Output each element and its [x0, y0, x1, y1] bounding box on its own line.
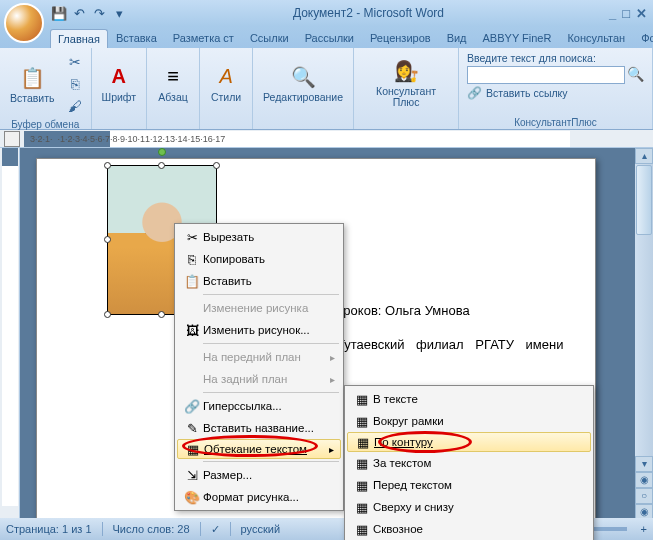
tab-review[interactable]: Рецензиров	[362, 28, 439, 48]
search-go-icon[interactable]: 🔍	[627, 66, 644, 84]
group-editing: 🔍 Редактирование	[253, 48, 354, 129]
undo-icon[interactable]: ↶	[70, 4, 88, 22]
group-font: A Шрифт	[92, 48, 148, 129]
scroll-track[interactable]	[635, 236, 653, 456]
minimize-button[interactable]: _	[609, 6, 616, 21]
search-input[interactable]	[467, 66, 625, 84]
chevron-right-icon: ▸	[330, 352, 335, 363]
ctx2-item-1[interactable]: ▦Вокруг рамки	[347, 410, 591, 432]
rotate-handle[interactable]	[158, 148, 166, 156]
ctx1-item-15[interactable]: 🎨Формат рисунка...	[177, 486, 341, 508]
ribbon: 📋 Вставить ✂ ⎘ 🖌 Буфер обмена A Шрифт ≡ …	[0, 48, 653, 130]
styles-button[interactable]: A Стили	[204, 50, 248, 116]
ruler-vertical[interactable]	[0, 148, 20, 520]
handle-ne[interactable]	[213, 162, 220, 169]
tab-layout[interactable]: Разметка ст	[165, 28, 242, 48]
prev-page-icon[interactable]: ◉	[635, 472, 653, 488]
status-language[interactable]: русский	[241, 523, 280, 535]
context-menu-wrap: ▦В тексте▦Вокруг рамки▦По контуру▦За тек…	[344, 385, 594, 540]
qat-more-icon[interactable]: ▾	[110, 4, 128, 22]
cut-icon[interactable]: ✂	[65, 52, 85, 72]
tab-view[interactable]: Вид	[439, 28, 475, 48]
doc-text-2[interactable]: Тутаевский филиал РГАТУ имени	[337, 337, 563, 352]
ctx2-item-3[interactable]: ▦За текстом	[347, 452, 591, 474]
handle-n[interactable]	[158, 162, 165, 169]
spellcheck-icon[interactable]: ✓	[211, 523, 220, 536]
save-icon[interactable]: 💾	[50, 4, 68, 22]
ctx1-item-0[interactable]: ✂Вырезать	[177, 226, 341, 248]
group-konsultantplus: Введите текст для поиска: 🔍 🔗 Вставить с…	[459, 48, 653, 129]
title-bar: 💾 ↶ ↷ ▾ Документ2 - Microsoft Word _ □ ✕	[0, 0, 653, 26]
ctx1-item-14[interactable]: ⇲Размер...	[177, 464, 341, 486]
ctx1-item-12[interactable]: ▦Обтекание текстом▸	[177, 439, 341, 459]
redo-icon[interactable]: ↷	[90, 4, 108, 22]
browse-object-icon[interactable]: ○	[635, 488, 653, 504]
ctx2-item-4[interactable]: ▦Перед текстом	[347, 474, 591, 496]
tab-format[interactable]: Формат	[633, 28, 653, 48]
zoom-in-button[interactable]: +	[641, 523, 647, 535]
link-icon: 🔗	[467, 86, 482, 100]
editing-button[interactable]: 🔍 Редактирование	[257, 50, 349, 116]
handle-w[interactable]	[104, 236, 111, 243]
copy-icon[interactable]: ⎘	[65, 74, 85, 94]
tab-mailings[interactable]: Рассылки	[297, 28, 362, 48]
ctx2-item-0[interactable]: ▦В тексте	[347, 388, 591, 410]
ctx1-icon-15: 🎨	[181, 490, 203, 505]
ctx1-item-7: На передний план▸	[177, 346, 341, 368]
scroll-up-icon[interactable]: ▴	[635, 148, 653, 164]
consultant-button[interactable]: 👩‍⚖️ Консультант Плюс	[358, 50, 454, 116]
ctx1-icon-0: ✂	[181, 230, 203, 245]
close-button[interactable]: ✕	[636, 6, 647, 21]
doc-text-1[interactable]: уроков: Ольга Умнова	[337, 303, 470, 318]
ctx2-item-2[interactable]: ▦По контуру	[347, 432, 591, 452]
status-words[interactable]: Число слов: 28	[113, 523, 190, 535]
tab-references[interactable]: Ссылки	[242, 28, 297, 48]
ribbon-tabs: Главная Вставка Разметка ст Ссылки Рассы…	[0, 26, 653, 48]
office-button[interactable]	[4, 3, 44, 43]
group-consultant: 👩‍⚖️ Консультант Плюс	[354, 48, 459, 129]
group-clipboard: 📋 Вставить ✂ ⎘ 🖌 Буфер обмена	[0, 48, 92, 129]
ctx1-icon-11: ✎	[181, 421, 203, 436]
ruler-horizontal[interactable]: 3·2·1· ·1·2·3·4·5·6·7·8·9·10·11·12·13·14…	[0, 130, 653, 148]
handle-nw[interactable]	[104, 162, 111, 169]
chevron-right-icon: ▸	[330, 374, 335, 385]
group-styles: A Стили	[200, 48, 253, 129]
scrollbar-vertical[interactable]: ▴ ▾ ◉ ○ ◉	[635, 148, 653, 520]
ctx1-icon-10: 🔗	[181, 399, 203, 414]
ctx1-icon-2: 📋	[181, 274, 203, 289]
tab-insert[interactable]: Вставка	[108, 28, 165, 48]
ctx2-item-6[interactable]: ▦Сквозное	[347, 518, 591, 540]
scroll-down-icon[interactable]: ▾	[635, 456, 653, 472]
ctx1-icon-12: ▦	[182, 442, 204, 457]
search-prompt: Введите текст для поиска:	[467, 52, 644, 64]
font-button[interactable]: A Шрифт	[96, 50, 143, 116]
ctx2-icon-6: ▦	[351, 522, 373, 537]
ctx1-icon-14: ⇲	[181, 468, 203, 483]
handle-sw[interactable]	[104, 311, 111, 318]
ruler-tab-selector[interactable]	[4, 131, 20, 147]
ctx1-item-4: Изменение рисунка	[177, 297, 341, 319]
handle-s[interactable]	[158, 311, 165, 318]
window-title: Документ2 - Microsoft Word	[128, 6, 609, 20]
tab-abbyy[interactable]: ABBYY FineR	[475, 28, 560, 48]
format-painter-icon[interactable]: 🖌	[65, 96, 85, 116]
paragraph-button[interactable]: ≡ Абзац	[151, 50, 195, 116]
ctx2-icon-3: ▦	[351, 456, 373, 471]
maximize-button[interactable]: □	[622, 6, 630, 21]
ctx1-item-10[interactable]: 🔗Гиперссылка...	[177, 395, 341, 417]
ctx1-icon-1: ⎘	[181, 252, 203, 267]
window-controls: _ □ ✕	[609, 6, 647, 21]
ctx1-item-5[interactable]: 🖼Изменить рисунок...	[177, 319, 341, 341]
scroll-thumb[interactable]	[636, 165, 652, 235]
ctx1-item-2[interactable]: 📋Вставить	[177, 270, 341, 292]
tab-consultant[interactable]: Консультан	[559, 28, 633, 48]
ctx1-item-11[interactable]: ✎Вставить название...	[177, 417, 341, 439]
ctx2-item-5[interactable]: ▦Сверху и снизу	[347, 496, 591, 518]
status-page[interactable]: Страница: 1 из 1	[6, 523, 92, 535]
quick-access-toolbar: 💾 ↶ ↷ ▾	[50, 4, 128, 22]
ctx1-item-1[interactable]: ⎘Копировать	[177, 248, 341, 270]
insert-link-button[interactable]: Вставить ссылку	[486, 87, 568, 99]
tab-home[interactable]: Главная	[50, 29, 108, 48]
find-icon: 🔍	[290, 64, 316, 90]
paste-button[interactable]: 📋 Вставить	[4, 50, 61, 118]
